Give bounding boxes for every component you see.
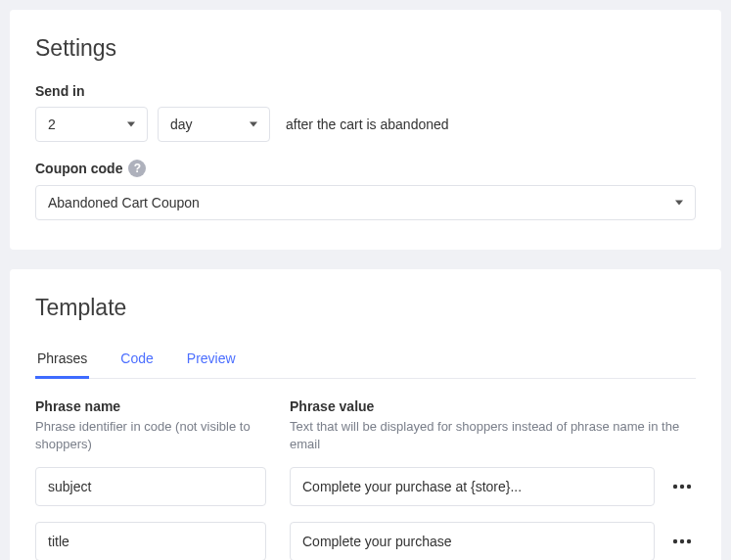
chevron-down-icon xyxy=(127,122,135,127)
tab-code[interactable]: Code xyxy=(118,343,155,379)
svg-point-2 xyxy=(687,485,691,489)
template-title: Template xyxy=(35,295,696,321)
template-card: Template Phrases Code Preview Phrase nam… xyxy=(10,269,721,560)
chevron-down-icon xyxy=(675,201,683,206)
send-in-label: Send in xyxy=(35,83,85,99)
send-in-row: 2 day after the cart is abandoned xyxy=(35,107,696,142)
send-suffix-text: after the cart is abandoned xyxy=(286,117,449,132)
phrase-value-input[interactable] xyxy=(290,522,655,560)
phrase-name-input[interactable] xyxy=(35,522,266,560)
svg-point-0 xyxy=(673,485,677,489)
phrase-value-sub: Text that will be displayed for shoppers… xyxy=(290,418,696,453)
phrase-value-row xyxy=(290,522,696,560)
phrase-value-heading: Phrase value xyxy=(290,398,696,414)
send-quantity-value: 2 xyxy=(48,117,56,132)
help-icon[interactable]: ? xyxy=(128,160,146,177)
phrase-value-inputs xyxy=(290,467,696,560)
more-actions-button[interactable] xyxy=(668,473,696,500)
phrase-name-column-header: Phrase name Phrase identifier in code (n… xyxy=(35,398,266,467)
template-tabs: Phrases Code Preview xyxy=(35,343,696,379)
svg-point-5 xyxy=(687,539,691,543)
phrase-name-inputs xyxy=(35,467,266,560)
coupon-value: Abandoned Cart Coupon xyxy=(48,195,200,210)
coupon-label-text: Coupon code xyxy=(35,161,122,176)
dots-horizontal-icon xyxy=(672,538,692,544)
settings-title: Settings xyxy=(35,35,696,62)
phrase-rows xyxy=(35,467,696,560)
more-actions-button[interactable] xyxy=(668,528,696,555)
svg-point-4 xyxy=(680,539,684,543)
tab-preview[interactable]: Preview xyxy=(185,343,238,379)
tab-phrases[interactable]: Phrases xyxy=(35,343,89,379)
coupon-select[interactable]: Abandoned Cart Coupon xyxy=(35,185,696,220)
svg-point-3 xyxy=(673,539,677,543)
coupon-field: Coupon code ? Abandoned Cart Coupon xyxy=(35,160,696,220)
phrase-name-heading: Phrase name xyxy=(35,398,266,414)
send-unit-select[interactable]: day xyxy=(158,107,270,142)
send-quantity-select[interactable]: 2 xyxy=(35,107,148,142)
phrase-value-column-header: Phrase value Text that will be displayed… xyxy=(290,398,696,467)
coupon-label: Coupon code ? xyxy=(35,160,146,177)
phrase-columns-header: Phrase name Phrase identifier in code (n… xyxy=(35,398,696,467)
phrase-value-row xyxy=(290,467,696,506)
phrase-value-input[interactable] xyxy=(290,467,655,506)
settings-card: Settings Send in 2 day after the cart is… xyxy=(10,10,721,250)
send-in-field: Send in 2 day after the cart is abandone… xyxy=(35,83,696,142)
svg-point-1 xyxy=(680,485,684,489)
dots-horizontal-icon xyxy=(672,484,692,490)
chevron-down-icon xyxy=(250,122,257,127)
send-unit-value: day xyxy=(170,117,193,132)
phrase-name-sub: Phrase identifier in code (not visible t… xyxy=(35,418,266,453)
phrase-name-input[interactable] xyxy=(35,467,266,506)
